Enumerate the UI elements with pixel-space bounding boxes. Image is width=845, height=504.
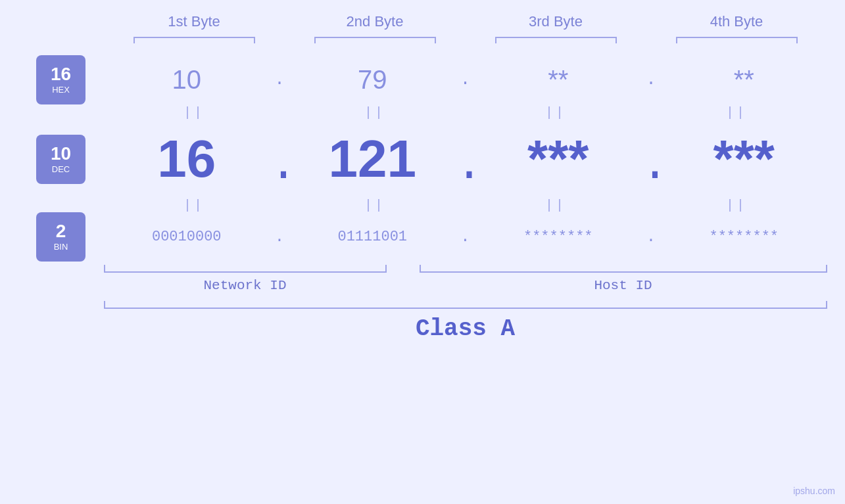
eq8: || (664, 198, 809, 213)
hex-byte4: ** (661, 65, 827, 95)
bin-row: 2 BIN 00010000 . 01111001 . ******** . *… (18, 216, 827, 258)
class-bracket (104, 301, 827, 309)
dec-val-1: 16 (157, 129, 216, 189)
byte1-header: 1st Byte (122, 13, 266, 30)
byte4-header: 4th Byte (664, 13, 809, 30)
equals-row-1: || || || || (104, 103, 827, 123)
dec-byte1: 16 (104, 129, 270, 189)
class-label: Class A (104, 315, 827, 342)
network-id-label: Network ID (104, 278, 387, 293)
bin-badge-number: 2 (56, 222, 66, 241)
hex-badge-number: 16 (51, 65, 71, 83)
dec-row: 10 DEC 16 . 121 . *** . *** (18, 123, 827, 195)
hex-val-2: 79 (358, 65, 387, 95)
hex-dot2: . (456, 70, 475, 89)
hex-byte3: ** (475, 65, 642, 95)
hex-dot1: . (270, 70, 289, 89)
dec-badge: 10 DEC (36, 135, 85, 184)
dec-dot3: . (641, 143, 661, 189)
dec-bytes: 16 . 121 . *** . *** (104, 129, 827, 189)
dec-val-2: 121 (329, 129, 416, 189)
network-bracket (104, 265, 387, 273)
hex-bytes: 10 . 79 . ** . ** (104, 65, 827, 95)
byte-headers: 1st Byte 2nd Byte 3rd Byte 4th Byte (104, 13, 827, 30)
dec-badge-col: 10 DEC (18, 135, 104, 184)
bracket-byte3 (495, 37, 617, 43)
watermark: ipshu.com (793, 486, 835, 496)
dec-dot1: . (270, 143, 289, 189)
bin-dot3: . (641, 228, 661, 246)
bin-bytes: 00010000 . 01111001 . ******** . *******… (104, 228, 827, 246)
bin-val-1: 00010000 (152, 229, 222, 245)
bracket-byte4 (676, 37, 798, 43)
dec-byte4: *** (661, 129, 827, 189)
bottom-section: Network ID Host ID (104, 265, 827, 293)
bin-dot2: . (456, 228, 475, 246)
bin-val-2: 01111001 (337, 229, 407, 245)
eq7: || (483, 198, 628, 213)
bin-badge: 2 BIN (36, 212, 85, 262)
byte3-header: 3rd Byte (483, 13, 628, 30)
hex-dot3: . (641, 70, 661, 89)
dec-val-4: *** (713, 129, 775, 189)
bin-badge-col: 2 BIN (18, 212, 104, 262)
equals-row-2: || || || || (104, 195, 827, 216)
dec-byte2: 121 (289, 129, 456, 189)
hex-badge-label: HEX (52, 85, 70, 95)
bracket-gap (387, 265, 420, 273)
hex-row: 16 HEX 10 . 79 . ** . ** (18, 57, 827, 103)
bin-byte4: ******** (661, 229, 827, 245)
eq4: || (664, 105, 809, 120)
eq1: || (122, 105, 266, 120)
hex-val-4: ** (734, 65, 754, 95)
hex-badge: 16 HEX (36, 55, 85, 104)
bracket-byte2 (314, 37, 436, 43)
eq6: || (302, 198, 447, 213)
hex-val-1: 10 (172, 65, 202, 95)
class-section: Class A (104, 301, 827, 342)
hex-val-3: ** (548, 65, 568, 95)
bin-val-3: ******** (523, 229, 593, 245)
hex-byte1: 10 (104, 65, 270, 95)
bin-byte2: 01111001 (289, 229, 456, 245)
main-container: 1st Byte 2nd Byte 3rd Byte 4th Byte 16 H… (0, 0, 845, 504)
bin-byte3: ******** (475, 229, 642, 245)
host-bracket (420, 265, 827, 273)
labels-gap (387, 278, 420, 293)
top-brackets (104, 37, 827, 43)
dec-badge-label: DEC (52, 164, 70, 174)
host-id-label: Host ID (420, 278, 827, 293)
bin-byte1: 00010000 (104, 229, 270, 245)
bin-badge-label: BIN (54, 242, 68, 252)
eq2: || (302, 105, 447, 120)
hex-badge-col: 16 HEX (18, 55, 104, 104)
eq3: || (483, 105, 628, 120)
eq5: || (122, 198, 266, 213)
id-labels: Network ID Host ID (104, 278, 827, 293)
bin-val-4: ******** (709, 229, 779, 245)
byte2-header: 2nd Byte (302, 13, 447, 30)
dec-dot2: . (456, 143, 475, 189)
bin-dot1: . (270, 228, 289, 246)
dec-byte3: *** (475, 129, 642, 189)
bottom-brackets (104, 265, 827, 273)
dec-val-3: *** (527, 129, 589, 189)
dec-badge-number: 10 (51, 145, 71, 163)
hex-byte2: 79 (289, 65, 456, 95)
bracket-byte1 (133, 37, 255, 43)
